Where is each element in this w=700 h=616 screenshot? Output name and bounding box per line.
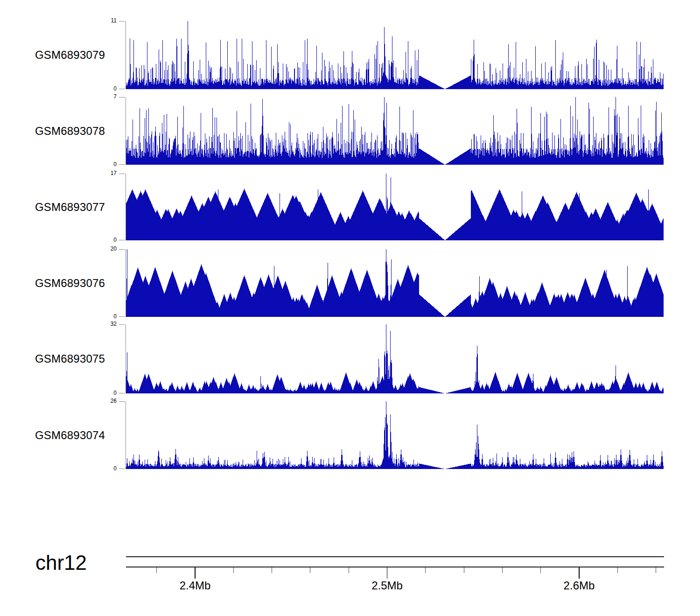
y-axis-bottom-tick [119,393,125,393]
ruler-tick-label: 2.5Mb [364,579,411,592]
y-zero-label: 0 [92,313,117,320]
ruler-minor-tick [310,567,310,573]
y-axis-top-tick [119,97,125,98]
coverage-signal-canvas [126,21,664,89]
coverage-signal-canvas [126,174,664,240]
y-max-label: 7 [92,93,117,100]
ruler-minor-tick [233,567,234,573]
coverage-signal-canvas [126,401,664,469]
ruler-line-bottom [126,567,664,567]
y-max-label: 17 [92,170,117,177]
coverage-signal-canvas [126,324,664,393]
track-label: GSM6893075 [35,324,105,393]
y-zero-label: 0 [92,237,117,244]
y-zero-label: 0 [92,465,117,472]
track-label: GSM6893074 [35,401,105,469]
ruler-major-tick [579,567,580,579]
y-max-label: 32 [92,321,117,328]
ruler-minor-tick [464,567,464,573]
y-max-label: 20 [92,245,117,252]
y-axis-bottom-tick [119,240,125,240]
ruler-minor-tick [425,567,426,573]
track-label: GSM6893077 [35,174,105,240]
ruler-tick-label: 2.6Mb [556,579,602,592]
ruler-tick-label: 2.4Mb [172,579,218,592]
track-label: GSM6893078 [35,97,105,165]
y-zero-label: 0 [92,161,117,168]
ruler-major-tick [387,567,388,579]
ruler-major-tick [195,567,196,579]
y-axis-top-tick [119,21,125,21]
y-axis-top-tick [119,174,125,174]
coverage-signal-canvas [126,97,664,165]
ruler-minor-tick [156,567,157,573]
ruler-minor-tick [617,567,618,573]
ruler-minor-tick [349,567,349,573]
y-axis-bottom-tick [119,469,125,469]
y-axis-top-tick [119,401,125,402]
track-label: GSM6893079 [35,21,105,89]
track-label: GSM6893076 [35,249,105,317]
y-zero-label: 0 [92,85,117,92]
ruler-line-top [126,556,664,557]
y-axis-top-tick [119,249,125,250]
ruler-minor-tick [272,567,272,573]
y-max-label: 11 [92,17,117,24]
ruler-minor-tick [656,567,656,573]
y-axis-bottom-tick [119,316,125,317]
genome-coverage-plot: GSM6893079110GSM689307870GSM6893077170GS… [0,0,700,616]
ruler-minor-tick [502,567,503,573]
coverage-signal-canvas [126,249,664,317]
ruler-minor-tick [540,567,541,573]
y-zero-label: 0 [92,390,117,397]
y-axis-bottom-tick [119,89,125,89]
chromosome-label: chr12 [35,552,87,574]
y-max-label: 26 [92,398,117,405]
y-axis-top-tick [119,324,125,325]
y-axis-bottom-tick [119,164,125,165]
